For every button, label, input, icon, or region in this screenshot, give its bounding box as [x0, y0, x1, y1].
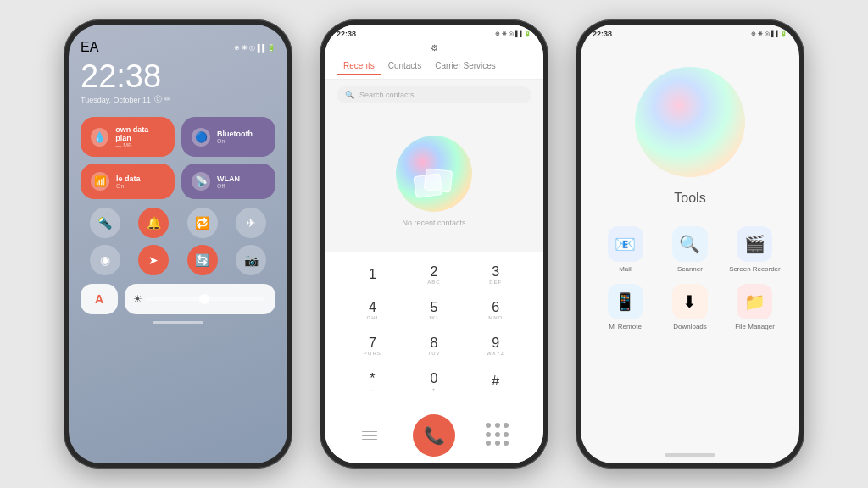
dialpad-row-4: * , 0 + #: [342, 365, 526, 397]
key-star-letters: ,: [371, 386, 374, 391]
bluetooth-sub: On: [217, 138, 253, 144]
key-8-letters: TUV: [427, 351, 440, 356]
menu-button[interactable]: [357, 423, 382, 448]
key-5-letters: JKL: [428, 315, 439, 320]
key-3[interactable]: 3 DEF: [475, 258, 517, 291]
key-9[interactable]: 9 WXYZ: [475, 330, 517, 362]
no-recent-container: No recent contacts: [325, 110, 543, 252]
display-button[interactable]: ◉: [90, 245, 120, 275]
bluetooth-button[interactable]: 🔵 Bluetooth On: [181, 117, 275, 157]
settings-icon[interactable]: ⚙: [325, 42, 543, 54]
control-center-screen: EA ⊕ ❋ ◎ ▌▌🔋 22:38 Tuesday, October 11 ⓪…: [69, 25, 287, 463]
camera-button[interactable]: 📷: [236, 245, 266, 275]
key-hash[interactable]: #: [475, 365, 517, 397]
key-9-letters: WXYZ: [487, 351, 504, 356]
data-label: own data plan: [115, 125, 164, 142]
downloads-label: Downloads: [673, 323, 707, 331]
key-6[interactable]: 6 MNO: [475, 294, 517, 326]
tools-status-icons: ⊕ ❋ ◎ ▌▌🔋: [751, 30, 787, 37]
wlan-label: WLAN: [217, 175, 240, 183]
location-button[interactable]: ➤: [138, 245, 169, 275]
tab-contacts[interactable]: Contacts: [381, 58, 428, 75]
tools-folder-icon[interactable]: [635, 67, 745, 177]
key-star[interactable]: * ,: [351, 365, 393, 397]
dialpad-icon-button[interactable]: [486, 423, 511, 448]
mobile-sub: On: [116, 183, 141, 189]
tab-carrier-services[interactable]: Carrier Services: [428, 58, 503, 75]
key-4-num: 4: [369, 300, 376, 315]
menu-line-1: [362, 431, 377, 433]
contact-search[interactable]: 🔍 Search contacts: [337, 86, 531, 103]
home-indicator-3[interactable]: [665, 453, 715, 457]
key-star-num: *: [370, 371, 375, 386]
dialpad: 1 2 ABC 3 DEF 4 GHI: [325, 252, 543, 408]
mobile-data-button[interactable]: 📶 le data On: [81, 164, 175, 199]
key-6-letters: MNO: [488, 315, 503, 320]
tool-screen-recorder[interactable]: 🎬 Screen Recorder: [729, 226, 780, 274]
key-0[interactable]: 0 +: [413, 365, 455, 397]
clock-display: 22:38: [81, 60, 275, 92]
key-7-num: 7: [369, 336, 376, 351]
airplane-button[interactable]: ✈: [236, 208, 266, 238]
file-manager-label: File Manager: [735, 323, 775, 331]
tool-mi-remote[interactable]: 📱 Mi Remote: [599, 284, 650, 331]
tool-scanner[interactable]: 🔍 Scanner: [665, 226, 715, 274]
flashlight-button[interactable]: 🔦: [90, 208, 120, 238]
tool-mail[interactable]: 📧 Mail: [599, 226, 650, 274]
tool-downloads[interactable]: ⬇ Downloads: [665, 284, 715, 331]
dialpad-row-3: 7 PQRS 8 TUV 9 WXYZ: [342, 330, 526, 362]
key-6-num: 6: [492, 300, 499, 315]
carrier-label: EA: [81, 40, 98, 55]
holo-card-2: [424, 168, 453, 192]
call-button[interactable]: 📞: [413, 414, 455, 457]
bluetooth-label: Bluetooth: [217, 130, 253, 138]
brightness-slider[interactable]: ☀: [125, 284, 275, 314]
key-7[interactable]: 7 PQRS: [351, 330, 393, 362]
dot-5: [495, 432, 500, 437]
slider-row: A ☀: [81, 284, 275, 314]
search-placeholder: Search contacts: [359, 91, 415, 99]
slider-track: [146, 297, 264, 301]
tool-file-manager[interactable]: 📁 File Manager: [729, 284, 780, 331]
dialer-screen: 22:38 ⊕ ❋ ◎ ▌▌🔋 ⚙ Recents Contacts Carri…: [325, 25, 543, 463]
data-sub: — MB: [115, 142, 164, 148]
key-5-num: 5: [431, 300, 438, 315]
key-8[interactable]: 8 TUV: [413, 330, 455, 362]
key-1[interactable]: 1: [351, 258, 393, 291]
mi-remote-icon: 📱: [608, 284, 643, 319]
wlan-button[interactable]: 📡 WLAN Off: [181, 164, 275, 199]
dialer-connectivity: ⊕ ❋ ◎ ▌▌🔋: [495, 30, 531, 37]
tab-recents[interactable]: Recents: [337, 58, 381, 75]
key-1-num: 1: [369, 267, 376, 282]
key-3-num: 3: [492, 264, 499, 280]
phone-1: EA ⊕ ❋ ◎ ▌▌🔋 22:38 Tuesday, October 11 ⓪…: [64, 19, 292, 469]
holographic-image: [396, 136, 472, 212]
dot-8: [495, 441, 500, 446]
notification-button[interactable]: 🔔: [138, 208, 169, 238]
search-icon: 🔍: [345, 91, 354, 99]
dialpad-row-2: 4 GHI 5 JKL 6 MNO: [342, 294, 526, 326]
dot-4: [486, 432, 491, 437]
mail-icon: 📧: [608, 226, 643, 262]
key-2-letters: ABC: [427, 280, 440, 285]
rotation-button[interactable]: 🔁: [187, 208, 218, 238]
mi-remote-label: Mi Remote: [609, 323, 642, 331]
key-4[interactable]: 4 GHI: [351, 294, 393, 326]
dialer-actions: 📞: [325, 408, 543, 463]
menu-line-2: [362, 435, 377, 436]
font-button[interactable]: A: [81, 284, 118, 314]
data-plan-button[interactable]: 💧 own data plan — MB: [81, 117, 175, 157]
mobile-icon: 📶: [91, 172, 109, 191]
slider-thumb: [199, 294, 209, 304]
home-indicator[interactable]: [153, 321, 203, 324]
dialpad-row-1: 1 2 ABC 3 DEF: [342, 258, 526, 291]
file-manager-icon: 📁: [737, 284, 772, 319]
sync-button[interactable]: 🔄: [187, 245, 218, 275]
tools-screen: 22:38 ⊕ ❋ ◎ ▌▌🔋 Tools 📧 Mail 🔍 Scanner: [581, 25, 799, 463]
key-5[interactable]: 5 JKL: [413, 294, 455, 326]
brightness-icon: ☀: [133, 293, 142, 305]
status-bar-3: 22:38 ⊕ ❋ ◎ ▌▌🔋: [581, 25, 799, 42]
key-2[interactable]: 2 ABC: [413, 258, 455, 291]
dialer-tabs: Recents Contacts Carrier Services: [325, 54, 543, 80]
dot-2: [495, 423, 500, 428]
